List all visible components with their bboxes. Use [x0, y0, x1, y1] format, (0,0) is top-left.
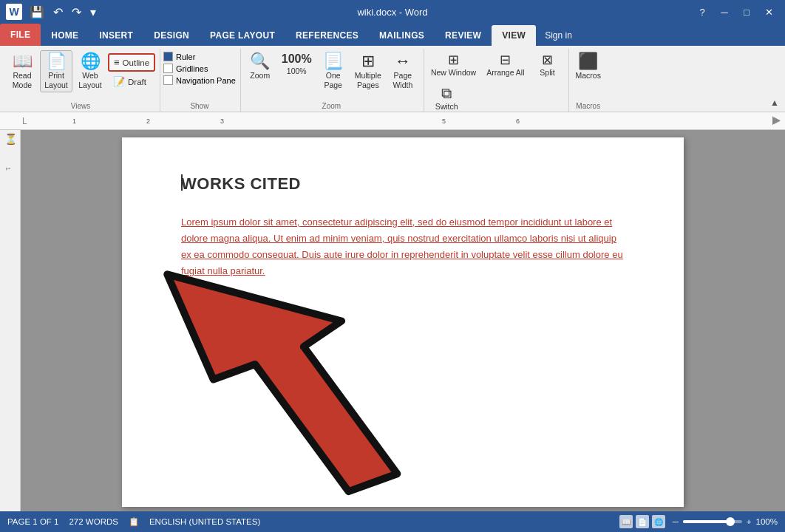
proofing-icon-item[interactable]: 📋	[129, 516, 139, 527]
outline-icon: ≡	[114, 57, 120, 68]
title-bar-left: W 💾 ↶ ↷ ▾	[6, 4, 99, 21]
show-group: Ruler Gridlines Navigation Pane Show	[160, 49, 241, 112]
multiple-pages-button[interactable]: ⊞ MultiplePages	[351, 50, 385, 92]
page-count-item: PAGE 1 OF 1	[7, 517, 58, 526]
zoom-button[interactable]: 🔍 Zoom	[244, 50, 276, 92]
tab-page-layout[interactable]: PAGE LAYOUT	[200, 25, 285, 46]
views-group-label: Views	[6, 100, 155, 110]
read-mode-icon: 📖	[13, 53, 33, 69]
tab-home[interactable]: HOME	[41, 25, 89, 46]
macros-button[interactable]: ⬛ Macros	[572, 50, 605, 83]
language-label: ENGLISH (UNITED STATES)	[149, 517, 260, 526]
outline-label: Outline	[123, 58, 149, 67]
web-layout-label: WebLayout	[78, 71, 102, 89]
zoom-icon: 🔍	[250, 53, 270, 69]
tab-file[interactable]: FILE	[0, 24, 41, 46]
show-group-content: Ruler Gridlines Navigation Pane	[163, 50, 236, 100]
draft-icon: 📝	[113, 76, 125, 87]
one-page-label: OnePage	[324, 71, 342, 89]
zoom-bar: ─ + 100%	[673, 517, 778, 526]
view-mode-icons: 📖 📄 🌐	[619, 515, 665, 528]
read-mode-label: ReadMode	[13, 71, 32, 89]
macros-group-label: Macros	[572, 100, 605, 110]
body-text: Lorem ipsum dolor sit amet, consectetur …	[181, 214, 625, 279]
title-bar-controls: ? ─ □ ✕	[692, 4, 779, 20]
zoom-group: 🔍 Zoom 100% 100% 📃 OnePage ⊞ MultiplePag…	[241, 49, 424, 112]
redo-button[interactable]: ↷	[69, 4, 84, 21]
tab-references[interactable]: REFERENCES	[285, 25, 369, 46]
zoom-plus-btn[interactable]: +	[747, 517, 752, 526]
gridlines-checkbox[interactable]	[163, 64, 173, 73]
navigation-pane-item: Navigation Pane	[163, 75, 236, 85]
quick-access-toolbar: 💾 ↶ ↷ ▾	[27, 4, 99, 21]
collapse-ribbon-button[interactable]: ▲	[769, 97, 781, 109]
print-layout-label: PrintLayout	[44, 71, 68, 89]
customize-qa-button[interactable]: ▾	[87, 4, 99, 21]
multiple-pages-label: MultiplePages	[355, 71, 381, 89]
web-layout-button[interactable]: 🌐 WebLayout	[74, 50, 106, 92]
print-view-icon[interactable]: 📄	[636, 515, 649, 528]
tab-insert[interactable]: INSERT	[89, 25, 143, 46]
100-percent-icon: 100%	[282, 53, 312, 65]
views-group: 📖 ReadMode 📄 PrintLayout 🌐 WebLayout ≡ O…	[3, 49, 160, 112]
outline-button[interactable]: ≡ Outline	[108, 53, 155, 72]
split-icon: ⊠	[542, 53, 553, 66]
navigation-pane-label: Navigation Pane	[176, 76, 236, 85]
read-view-icon[interactable]: 📖	[619, 515, 633, 528]
status-right-section: 📖 📄 🌐 ─ + 100%	[619, 515, 778, 528]
web-view-icon[interactable]: 🌐	[652, 515, 665, 528]
help-button[interactable]: ?	[692, 4, 713, 20]
sign-in-button[interactable]: Sign in	[536, 25, 581, 46]
undo-button[interactable]: ↶	[50, 4, 66, 21]
page-width-label: PageWidth	[392, 71, 412, 89]
navigation-pane-checkbox[interactable]	[163, 75, 173, 85]
split-label: Split	[540, 68, 554, 78]
ruler-inner: 1 2 3 4 5 6 ⯈	[28, 112, 785, 129]
split-button[interactable]: ⊠ Split	[531, 50, 564, 81]
tab-mailings[interactable]: MAILINGS	[369, 25, 435, 46]
proofing-icon: 📋	[129, 516, 139, 527]
macros-group: ⬛ Macros Macros	[569, 49, 609, 112]
close-button[interactable]: ✕	[758, 4, 779, 20]
ruler-item: Ruler	[163, 52, 236, 61]
document-page: WORKS CITED Lorem ipsum dolor sit amet, …	[122, 137, 684, 507]
word-logo-icon: W	[6, 4, 22, 20]
zoom-fill	[683, 520, 727, 523]
new-window-icon: ⊞	[448, 53, 459, 66]
tab-view[interactable]: VIEW	[492, 25, 536, 46]
new-window-button[interactable]: ⊞ New Window	[427, 50, 480, 81]
zoom-label: Zoom	[250, 71, 270, 81]
one-page-button[interactable]: 📃 OnePage	[317, 50, 350, 92]
read-mode-button[interactable]: 📖 ReadMode	[6, 50, 38, 92]
draft-button[interactable]: 📝 Draft	[108, 73, 155, 90]
document-scroll[interactable]: WORKS CITED Lorem ipsum dolor sit amet, …	[21, 130, 785, 511]
page-width-button[interactable]: ↔ PageWidth	[387, 50, 419, 92]
gridlines-label: Gridlines	[176, 64, 208, 73]
ruler-checkbox[interactable]	[163, 52, 173, 61]
ruler: L 1 2 3 4 5 6 ⯈	[0, 112, 785, 130]
save-button[interactable]: 💾	[27, 4, 47, 21]
minimize-button[interactable]: ─	[714, 4, 735, 20]
page-width-icon: ↔	[395, 53, 411, 69]
100-percent-button[interactable]: 100% 100%	[278, 50, 316, 92]
status-bar: PAGE 1 OF 1 272 WORDS 📋 ENGLISH (UNITED …	[0, 511, 785, 532]
multiple-pages-icon: ⊞	[361, 53, 375, 69]
language-item[interactable]: ENGLISH (UNITED STATES)	[149, 517, 260, 526]
tab-review[interactable]: REVIEW	[435, 25, 492, 46]
arrange-all-label: Arrange All	[486, 68, 524, 78]
page-side-indicator: 1	[4, 167, 12, 171]
window-group: ⊞ New Window ⊟ Arrange All ⊠ Split ⧉	[424, 49, 569, 112]
new-window-label: New Window	[431, 68, 476, 78]
zoom-minus-btn[interactable]: ─	[673, 517, 679, 526]
app-title: wiki.docx - Word	[357, 7, 427, 18]
views-group-content: 📖 ReadMode 📄 PrintLayout 🌐 WebLayout ≡ O…	[6, 50, 155, 100]
restore-button[interactable]: □	[736, 4, 757, 20]
zoom-slider[interactable]	[683, 520, 742, 523]
arrange-all-button[interactable]: ⊟ Arrange All	[483, 50, 528, 81]
left-sidebar: ⏳ 1	[0, 130, 21, 511]
zoom-group-label: Zoom	[244, 100, 419, 110]
print-layout-button[interactable]: 📄 PrintLayout	[40, 50, 72, 92]
macros-icon: ⬛	[578, 53, 598, 69]
tab-design[interactable]: DESIGN	[143, 25, 200, 46]
works-cited-heading: WORKS CITED	[181, 174, 625, 194]
